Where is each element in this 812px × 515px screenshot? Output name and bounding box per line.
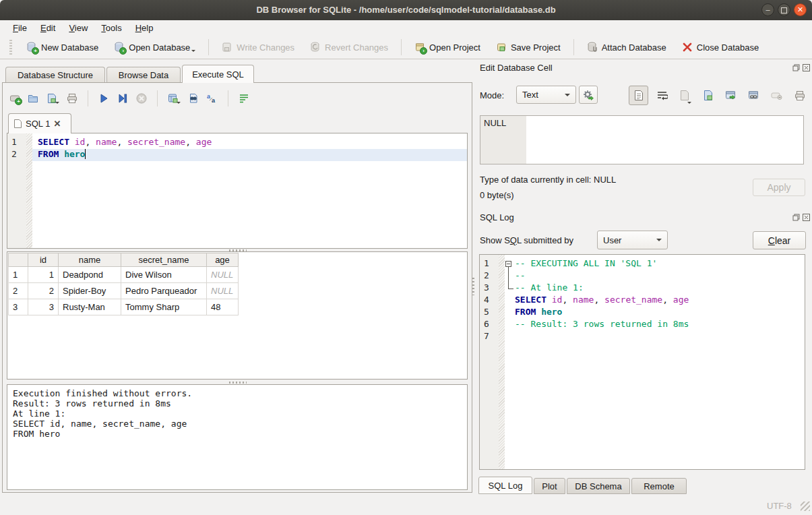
menu-view-mnemonic: V — [69, 23, 74, 33]
attach-database-button[interactable]: Attach Database — [582, 39, 672, 55]
mode-select[interactable]: Text — [516, 86, 576, 104]
save-sql-caret-icon[interactable] — [55, 102, 59, 104]
cell-secret-name[interactable]: Dive Wilson — [121, 267, 207, 283]
cell-secret-name[interactable]: Tommy Sharp — [121, 299, 207, 315]
format-sql-icon[interactable]: aa — [206, 92, 218, 104]
clear-log-button[interactable]: Clear — [753, 231, 806, 249]
table-row[interactable]: 3 3 Rusty-Man Tommy Sharp 48 — [9, 299, 239, 315]
sql-editor[interactable]: 1 2 SELECT id, name, secret_name, age FR… — [7, 133, 468, 249]
write-changes-button: Write Changes — [216, 39, 300, 55]
execute-line-icon[interactable] — [117, 92, 129, 104]
open-sql-file-icon[interactable] — [27, 92, 39, 104]
save-sql-file-icon[interactable] — [46, 92, 59, 104]
text-mode-button[interactable] — [629, 86, 648, 105]
export-data-button[interactable] — [699, 86, 717, 104]
open-database-caret-icon[interactable] — [191, 50, 195, 52]
menu-tools[interactable]: Tools — [95, 22, 127, 34]
column-header-name[interactable]: name — [59, 253, 121, 267]
menu-help[interactable]: Help — [129, 22, 160, 34]
sql-log-title: SQL Log — [480, 212, 514, 222]
log-line-number-gutter — [480, 255, 499, 469]
cell-id[interactable]: 3 — [28, 299, 59, 315]
row-header[interactable]: 3 — [9, 299, 28, 315]
export-icon — [703, 90, 714, 101]
auto-apply-button[interactable] — [579, 86, 598, 104]
open-database-button[interactable]: › Open Database — [108, 39, 201, 55]
menu-file[interactable]: File — [7, 22, 33, 34]
tab-browse-data[interactable]: Browse Data — [106, 67, 181, 83]
cell-name[interactable]: Deadpond — [59, 267, 121, 283]
corner-header[interactable] — [9, 253, 28, 267]
close-database-button[interactable]: Close Database — [677, 39, 765, 55]
cell-age[interactable]: NULL — [207, 267, 239, 283]
table-row[interactable]: 2 2 Spider-Boy Pedro Parqueador NULL — [9, 283, 239, 299]
float-panel-icon[interactable] — [792, 64, 800, 71]
gear-arrow-icon — [582, 89, 594, 101]
minimize-button[interactable]: – — [761, 3, 774, 16]
row-header[interactable]: 1 — [9, 267, 28, 283]
cell-name[interactable]: Spider-Boy — [59, 283, 121, 299]
dock-tab-sql-log[interactable]: SQL Log — [478, 477, 532, 494]
export-results-icon[interactable] — [167, 92, 181, 104]
export-results-caret-icon[interactable] — [177, 102, 181, 104]
column-header-age[interactable]: age — [207, 253, 239, 267]
menu-file-label: ile — [18, 23, 27, 33]
save-project-button[interactable]: Save Project — [491, 39, 566, 55]
execute-all-icon[interactable] — [98, 92, 110, 104]
close-button[interactable]: ✕ — [794, 3, 807, 16]
mode-label: Mode: — [480, 90, 504, 100]
dock-tab-sql-log-label: SQL Log — [489, 481, 523, 491]
cell-id[interactable]: 1 — [28, 267, 59, 283]
close-panel-icon[interactable] — [803, 214, 810, 221]
import-caret-icon — [687, 102, 691, 104]
open-in-app-icon — [725, 90, 737, 101]
cell-age[interactable]: 48 — [207, 299, 239, 315]
cell-name[interactable]: Rusty-Man — [59, 299, 121, 315]
maximize-button[interactable] — [778, 3, 790, 16]
log-filter-select[interactable]: User — [597, 231, 668, 249]
sql-tab-close-icon[interactable]: ✕ — [53, 119, 61, 129]
print-cell-button[interactable] — [790, 86, 809, 104]
results-table[interactable]: id name secret_name age 1 1 Deadpond Div… — [8, 253, 239, 315]
results-message-splitter[interactable] — [229, 382, 247, 384]
toolbar-drag-handle[interactable] — [9, 40, 12, 55]
fold-collapse-icon[interactable] — [505, 261, 511, 267]
main-toolbar: + New Database › Open Database Write Cha… — [0, 36, 812, 59]
open-external-button[interactable] — [722, 86, 740, 104]
sql-log-view[interactable]: 1 2 3 4 5 6 7 -- EXECUTING ALL IN 'SQL 1… — [479, 254, 805, 470]
resize-grip[interactable] — [801, 502, 810, 511]
dock-tab-remote[interactable]: Remote — [631, 478, 687, 494]
close-database-label: Close Database — [697, 42, 759, 53]
tab-execute-sql[interactable]: Execute SQL — [182, 65, 254, 83]
word-wrap-cell-button[interactable] — [653, 86, 671, 104]
dock-tab-db-schema[interactable]: DB Schema — [567, 478, 630, 494]
column-header-id[interactable]: id — [28, 253, 59, 267]
sql-file-tab[interactable]: SQL 1 ✕ — [8, 113, 71, 133]
dock-tab-plot[interactable]: Plot — [534, 478, 565, 494]
close-panel-icon[interactable] — [803, 64, 810, 71]
cell-value-editor[interactable]: NULL — [480, 115, 804, 164]
dock-tab-plot-label: Plot — [542, 481, 557, 491]
menu-edit[interactable]: Edit — [34, 22, 61, 34]
open-project-button[interactable]: › Open Project — [409, 39, 486, 55]
float-panel-icon[interactable] — [792, 214, 800, 221]
cell-id[interactable]: 2 — [28, 283, 59, 299]
row-header[interactable]: 2 — [9, 283, 28, 299]
print-icon[interactable] — [66, 92, 78, 104]
new-database-button[interactable]: + New Database — [21, 39, 104, 55]
log-line-1: -- EXECUTING ALL IN 'SQL 1' — [515, 258, 657, 268]
table-row[interactable]: 1 1 Deadpond Dive Wilson NULL — [9, 267, 239, 283]
word-wrap-icon[interactable] — [238, 92, 250, 104]
tab-database-structure[interactable]: Database Structure — [5, 67, 105, 83]
copy-link-button[interactable] — [745, 86, 763, 104]
pane-splitter[interactable] — [472, 278, 474, 295]
cell-age[interactable]: NULL — [207, 283, 239, 299]
column-header-secret-name[interactable]: secret_name — [121, 253, 207, 267]
line-number: 2 — [11, 149, 17, 159]
menu-view[interactable]: View — [63, 22, 94, 34]
new-sql-tab-icon[interactable]: + — [9, 92, 20, 105]
apply-button: Apply — [753, 179, 805, 196]
menu-tools-label: ools — [106, 23, 122, 33]
cell-secret-name[interactable]: Pedro Parqueador — [121, 283, 207, 299]
find-icon[interactable] — [187, 92, 199, 104]
